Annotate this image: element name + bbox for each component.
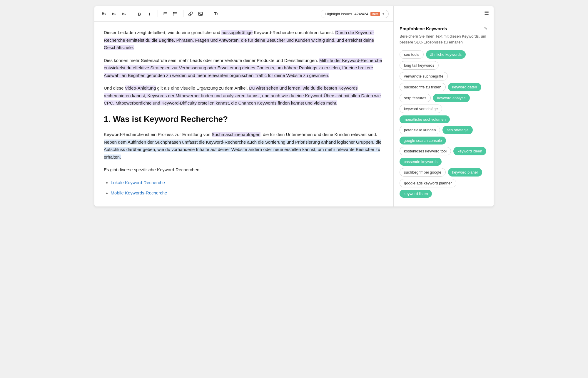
h1-heading: 1. Was ist Keyword Recherche? [104,112,384,126]
h1-button[interactable]: H₁ [99,9,108,19]
paragraph-after-h1: Keyword-Recherche ist ein Prozess zur Er… [104,131,384,161]
toolbar: H₁ H₂ H₃ B I 123 [94,6,393,22]
chevron-down-icon: ▾ [382,12,384,16]
sidebar-description: Bereichern Sie Ihren Text mit diesen Key… [400,33,488,45]
h2-button[interactable]: H₂ [109,9,118,19]
sidebar-header: ☰ [394,6,494,20]
keyword-tag-kw3[interactable]: long tail keywords [400,61,439,70]
sidebar-title-row: Empfohlene Keywords ✎ [400,26,488,31]
highlight-suchmaschinenabfragen: Suchmaschinenabfragen [212,132,260,137]
format-buttons: B I [135,9,154,19]
bullet-1: • [106,179,108,187]
list-link-2[interactable]: Mobile Keywords-Recherche [111,189,167,197]
list-link-1[interactable]: Lokale Keyword-Recherche [111,179,165,187]
insert-buttons [186,9,205,19]
unordered-list-button[interactable] [170,9,180,19]
svg-point-8 [173,15,174,16]
list-intro: Es gibt diverse spezifische Keyword-Rech… [104,166,384,174]
clear-format-button[interactable]: Tx [211,9,221,19]
keyword-tag-kw14[interactable]: kostenloses keyword tool [400,147,451,155]
keyword-tag-kw4[interactable]: verwandte suchbegriffe [400,72,448,80]
keyword-tag-kw2[interactable]: ähnliche keywords [426,50,466,59]
sidebar-title: Empfohlene Keywords [400,26,447,31]
keyword-tag-kw11[interactable]: potenzielle kunden [400,126,440,134]
menu-icon[interactable]: ☰ [484,10,489,16]
keyword-tag-kw18[interactable]: keyword planer [448,168,482,177]
separator-1 [132,10,132,17]
link-button[interactable] [186,9,195,19]
separator-3 [183,10,183,17]
keyword-tag-kw9[interactable]: keyword vorschläge [400,105,442,113]
keyword-tag-kw12[interactable]: seo strategie [442,126,472,134]
bold-button[interactable]: B [135,9,144,19]
paragraph-1: Dieser Leitfaden zeigt detailliert, wie … [104,29,384,51]
highlight-issues-label: Highlight issues [325,12,352,16]
svg-point-7 [173,14,174,14]
list-container: • Lokale Keyword-Recherche • Mobile Keyw… [104,179,384,197]
paragraph-3: Und diese Video-Anleitung gilt als eine … [104,84,384,107]
highlight-p4-main: Neben dem Auffinden der Suchphrasen umfa… [104,140,381,159]
image-button[interactable] [196,9,205,19]
italic-button[interactable]: I [145,9,154,19]
sidebar-panel: ☰ Empfohlene Keywords ✎ Bereichern Sie I… [394,6,494,206]
highlight-issues-button[interactable]: Highlight issues 424/424 beta ▾ [321,10,389,18]
keyword-tag-kw15[interactable]: keyword ideen [453,147,486,155]
list-item-2: • Mobile Keywords-Recherche [106,189,384,197]
highlight-p3-end: erstellen kannst, die Chancen Keywords f… [197,100,338,105]
svg-text:3: 3 [163,14,164,16]
highlight-difficulty: Difficulty [180,100,196,105]
keyword-tag-kw7[interactable]: serp features [400,94,431,102]
heading-buttons: H₁ H₂ H₃ [99,9,128,19]
issues-count: 424/424 [354,12,368,16]
separator-4 [209,10,209,17]
list-item-1: • Lokale Keyword-Recherche [106,179,384,187]
keyword-tag-kw1[interactable]: seo tools [400,50,424,59]
highlight-p2-main: Mithilfe der Keyword-Recherche entwickel… [104,58,382,78]
highlight-aussagekraeftige: aussagekräftige [221,30,253,35]
beta-badge: beta [370,12,380,16]
paragraph-2: Dies können mehr Seitenaufrufe sein, meh… [104,57,384,79]
keyword-tag-kw5[interactable]: suchbegriffe zu finden [400,83,446,91]
ordered-list-button[interactable]: 123 [160,9,170,19]
h3-button[interactable]: H₃ [119,9,128,19]
sidebar-content: Empfohlene Keywords ✎ Bereichern Sie Ihr… [394,20,494,206]
keyword-tag-kw13[interactable]: google search console [400,137,446,145]
keyword-tag-kw17[interactable]: suchbegriff bei google [400,168,446,177]
keyword-tag-kw16[interactable]: passende keywords [400,158,442,166]
keyword-tag-kw6[interactable]: keyword daten [448,83,481,91]
list-buttons: 123 [160,9,180,19]
svg-point-6 [173,12,174,13]
svg-point-13 [199,13,200,14]
keyword-tag-kw20[interactable]: keyword listen [400,190,432,198]
keyword-tag-kw10[interactable]: monatliche suchvolumen [400,115,450,123]
editor-content[interactable]: Dieser Leitfaden zeigt detailliert, wie … [94,22,393,206]
edit-icon[interactable]: ✎ [484,26,488,31]
editor-panel: H₁ H₂ H₃ B I 123 [94,6,394,206]
separator-2 [158,10,158,17]
keywords-container: seo toolsähnliche keywordslong tail keyw… [400,50,488,198]
highlight-video: Video-Anleitung [125,85,156,90]
bullet-2: • [106,189,108,197]
keyword-tag-kw19[interactable]: google ads keyword planner [400,179,456,187]
main-container: H₁ H₂ H₃ B I 123 [94,6,494,207]
keyword-tag-kw8[interactable]: keyword analyse [433,94,470,102]
